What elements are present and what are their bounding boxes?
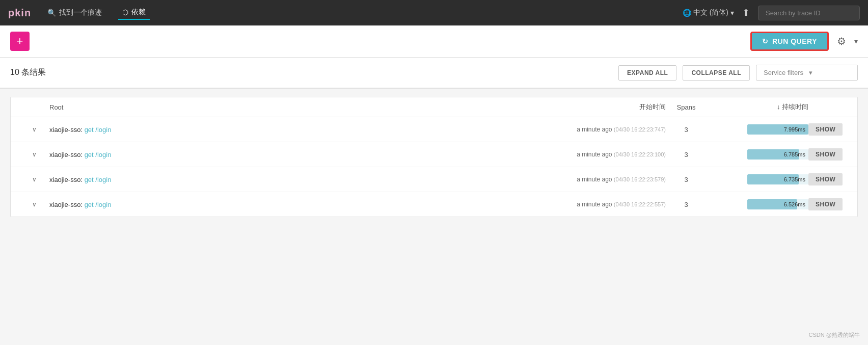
duration-label: 6.785ms <box>784 151 805 157</box>
endpoint-link[interactable]: get /login <box>85 176 112 183</box>
show-cell: SHOW <box>808 173 849 185</box>
show-cell: SHOW <box>808 148 849 161</box>
duration-cell: 7.995ms <box>707 124 808 135</box>
search-icon: 🔍 <box>47 9 56 17</box>
collapse-all-button[interactable]: COLLAPSE ALL <box>683 65 750 81</box>
show-cell: SHOW <box>808 198 849 210</box>
show-button[interactable]: SHOW <box>808 123 843 136</box>
root-cell: xiaojie-sso: get /login <box>49 176 523 183</box>
nav-search-label: 找到一个痕迹 <box>59 8 102 17</box>
results-bar: 10 条结果 EXPAND ALL COLLAPSE ALL Service f… <box>0 58 868 89</box>
service-filters-chevron-icon: ▾ <box>809 69 850 76</box>
duration-bar-wrapper: 6.785ms <box>747 149 808 160</box>
lang-chevron-icon: ▾ <box>730 9 734 17</box>
start-timestamp: (04/30 16:22:22:557) <box>614 201 666 207</box>
start-cell: a minute ago (04/30 16:22:22:557) <box>523 201 666 208</box>
root-cell: xiaojie-sso: get /login <box>49 126 523 134</box>
table-body: ∨ xiaojie-sso: get /login a minute ago (… <box>11 117 857 217</box>
duration-cell: 6.526ms <box>707 199 808 209</box>
navbar-right: 🌐 中文 (简体) ▾ ⬆ <box>683 6 860 20</box>
start-cell: a minute ago (04/30 16:22:23:100) <box>523 151 666 158</box>
add-filter-button[interactable]: + <box>10 32 30 51</box>
results-count: 10 条结果 <box>10 67 46 78</box>
trace-id-search-input[interactable] <box>758 6 860 20</box>
settings-button[interactable]: ⚙ <box>835 33 848 49</box>
duration-bar-wrapper: 6.735ms <box>747 174 808 184</box>
start-relative: a minute ago <box>577 176 614 183</box>
duration-bar-wrapper: 7.995ms <box>747 124 808 135</box>
service-name: xiaojie-sso: <box>49 176 85 183</box>
start-relative: a minute ago <box>577 126 614 133</box>
translate-icon: 🌐 <box>683 9 691 17</box>
root-cell: xiaojie-sso: get /login <box>49 201 523 208</box>
col-start-header: 开始时间 <box>523 102 666 112</box>
service-name: xiaojie-sso: <box>49 126 85 134</box>
row-expand-chevron[interactable]: ∨ <box>19 201 49 208</box>
service-name: xiaojie-sso: <box>49 151 85 158</box>
start-timestamp: (04/30 16:22:23:100) <box>614 151 666 157</box>
dependency-icon: ⬡ <box>122 8 128 16</box>
show-button[interactable]: SHOW <box>808 198 843 210</box>
col-spans-header: Spans <box>666 103 707 111</box>
spans-cell: 3 <box>666 151 707 158</box>
row-expand-chevron[interactable]: ∨ <box>19 176 49 183</box>
duration-cell: 6.785ms <box>707 149 808 160</box>
toolbar-chevron-icon[interactable]: ▾ <box>854 37 858 45</box>
upload-icon: ⬆ <box>742 8 750 18</box>
endpoint-link[interactable]: get /login <box>85 126 112 134</box>
row-expand-chevron[interactable]: ∨ <box>19 126 49 133</box>
table-row: ∨ xiaojie-sso: get /login a minute ago (… <box>11 167 857 192</box>
run-query-label: RUN QUERY <box>772 37 817 45</box>
duration-label: 7.995ms <box>784 126 805 132</box>
show-button[interactable]: SHOW <box>808 173 843 185</box>
duration-label: 6.735ms <box>784 176 805 182</box>
service-name: xiaojie-sso: <box>49 201 85 208</box>
start-timestamp: (04/30 16:22:23:747) <box>614 126 666 132</box>
table-row: ∨ xiaojie-sso: get /login a minute ago (… <box>11 117 857 142</box>
language-selector[interactable]: 🌐 中文 (简体) ▾ <box>683 8 734 17</box>
spans-cell: 3 <box>666 126 707 134</box>
show-button[interactable]: SHOW <box>808 148 843 161</box>
toolbar: + ↻ RUN QUERY ⚙ ▾ <box>0 25 868 58</box>
nav-dependency[interactable]: ⬡ 依赖 <box>118 6 150 20</box>
chevron-down-icon: ∨ <box>32 176 37 183</box>
brand-logo: pkin <box>8 7 31 19</box>
start-relative: a minute ago <box>577 151 614 158</box>
plus-icon: + <box>17 35 23 48</box>
navbar: pkin 🔍 找到一个痕迹 ⬡ 依赖 🌐 中文 (简体) ▾ ⬆ <box>0 0 868 25</box>
root-cell: xiaojie-sso: get /login <box>49 151 523 158</box>
nav-search[interactable]: 🔍 找到一个痕迹 <box>43 6 106 19</box>
duration-cell: 6.735ms <box>707 174 808 184</box>
start-cell: a minute ago (04/30 16:22:23:579) <box>523 176 666 183</box>
service-filters-dropdown[interactable]: Service filters ▾ <box>756 65 858 81</box>
col-duration-header: ↓ 持续时间 <box>707 102 808 112</box>
upload-button[interactable]: ⬆ <box>742 7 750 18</box>
trace-table: Root 开始时间 Spans ↓ 持续时间 ∨ xiaojie-sso: ge… <box>10 97 858 217</box>
endpoint-link[interactable]: get /login <box>85 151 112 158</box>
duration-bar-wrapper: 6.526ms <box>747 199 808 209</box>
table-header: Root 开始时间 Spans ↓ 持续时间 <box>11 97 857 117</box>
table-row: ∨ xiaojie-sso: get /login a minute ago (… <box>11 192 857 217</box>
row-expand-chevron[interactable]: ∨ <box>19 151 49 158</box>
show-cell: SHOW <box>808 123 849 136</box>
refresh-icon: ↻ <box>762 37 769 45</box>
start-relative: a minute ago <box>577 201 614 208</box>
duration-label: 6.526ms <box>784 201 805 207</box>
table-row: ∨ xiaojie-sso: get /login a minute ago (… <box>11 142 857 167</box>
expand-all-button[interactable]: EXPAND ALL <box>618 65 676 81</box>
chevron-down-icon: ∨ <box>32 151 37 158</box>
run-query-button[interactable]: ↻ RUN QUERY <box>750 32 829 51</box>
spans-cell: 3 <box>666 176 707 183</box>
main-content: Root 开始时间 Spans ↓ 持续时间 ∨ xiaojie-sso: ge… <box>0 89 868 225</box>
spans-cell: 3 <box>666 201 707 208</box>
service-filters-label: Service filters <box>764 69 805 76</box>
chevron-down-icon: ∨ <box>32 126 37 133</box>
start-cell: a minute ago (04/30 16:22:23:747) <box>523 126 666 133</box>
start-timestamp: (04/30 16:22:23:579) <box>614 176 666 182</box>
language-label: 中文 (简体) <box>693 8 728 17</box>
endpoint-link[interactable]: get /login <box>85 201 112 208</box>
gear-icon: ⚙ <box>837 36 846 47</box>
nav-dependency-label: 依赖 <box>131 8 146 17</box>
col-root-header: Root <box>49 103 523 111</box>
chevron-down-icon: ∨ <box>32 201 37 208</box>
